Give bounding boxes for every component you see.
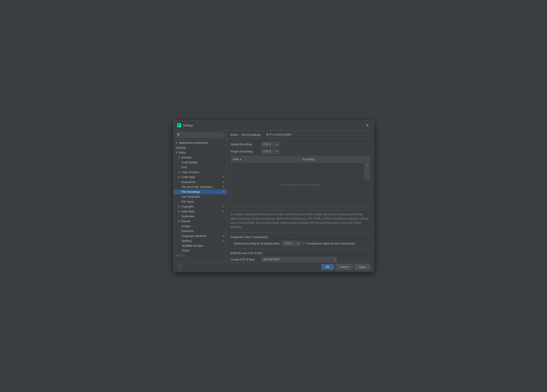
table-body: Encodings are not configured + − ✎	[231, 162, 370, 207]
sidebar-item-label: Inlay Hints	[182, 210, 194, 213]
sidebar-item-label: Intentions	[182, 230, 194, 233]
sidebar-item-language-injections[interactable]: Language Injections ⚙	[173, 234, 227, 238]
sidebar-item-file-types[interactable]: File Types	[173, 199, 227, 204]
search-icon: 🔍	[177, 133, 180, 136]
sort-arrow: ▲	[239, 158, 242, 161]
transparent-conversion-checkbox[interactable]	[302, 242, 305, 245]
settings-icon: ⚙	[222, 176, 225, 178]
arrow-icon: ▶	[175, 152, 178, 154]
dialog-title: Settings	[183, 124, 193, 127]
arrow-icon: ▶	[178, 156, 180, 159]
arrow-icon: ▶	[178, 205, 180, 208]
sidebar-item-label: Color Scheme	[182, 171, 199, 174]
bom-label: Create UTF-8 files:	[231, 258, 260, 261]
enc-col-label: Encoding	[303, 158, 314, 161]
sidebar-item-intentions[interactable]: Intentions	[173, 229, 227, 234]
settings-icon: ⚙	[222, 181, 225, 183]
settings-icon: ⚙	[222, 239, 225, 242]
sidebar-item-plugins[interactable]: Plugins...	[173, 253, 227, 258]
title-bar-left: P Settings	[177, 123, 193, 127]
sidebar-item-label: Spelling	[182, 239, 191, 243]
project-encoding-row: Project Encoding: UTF-8	[231, 149, 370, 154]
edit-encoding-button[interactable]: ✎	[364, 174, 370, 180]
add-encoding-button[interactable]: +	[364, 162, 370, 168]
bom-row: Create UTF-8 files: with NO BOM	[231, 257, 370, 262]
sidebar-item-inlay-hints[interactable]: ▶ Inlay Hints ⚙	[173, 209, 227, 214]
apply-button[interactable]: Apply	[355, 264, 370, 270]
sidebar-item-color-scheme[interactable]: ▶ Color Scheme	[173, 170, 227, 175]
cancel-button[interactable]: Cancel	[335, 264, 353, 270]
sidebar-item-label: Code Style	[182, 176, 195, 179]
sidebar-item-label: Code Editing	[182, 161, 198, 164]
settings-icon: ⚙	[222, 205, 225, 208]
sidebar-item-code-editing[interactable]: Code Editing	[173, 160, 227, 165]
sidebar-item-copyright[interactable]: ▶ Copyright ⚙	[173, 204, 227, 209]
search-wrapper: 🔍	[176, 132, 225, 137]
search-box: 🔍	[173, 130, 227, 140]
sidebar-item-label: Inspections	[182, 181, 196, 184]
sidebar-item-spelling[interactable]: Spelling ⚙	[173, 238, 227, 243]
sidebar-item-font[interactable]: Font	[173, 165, 227, 170]
sidebar-item-label: File and Code Templates	[182, 185, 212, 189]
arrow-icon: ▶	[178, 220, 180, 223]
remove-encoding-button[interactable]: −	[364, 168, 370, 174]
encodings-table: Path ▲ Encoding Encodings are not config…	[231, 156, 370, 207]
title-bar: P Settings ✕	[173, 121, 374, 130]
sidebar-item-live-templates[interactable]: Live Templates	[173, 194, 227, 199]
path-col-label: Path	[233, 158, 239, 161]
project-encoding-dropdown[interactable]: UTF-8	[261, 149, 279, 154]
ok-button[interactable]: OK	[321, 264, 334, 270]
sidebar-item-file-code-templates[interactable]: File and Code Templates ⚙	[173, 184, 227, 189]
props-encoding-dropdown[interactable]: UTF-8	[282, 241, 300, 246]
sidebar-item-label: Copyright	[182, 205, 194, 208]
project-encoding-label: Project Encoding:	[231, 150, 260, 153]
arrow-icon: ▶	[178, 210, 180, 213]
main-body: Global Encoding: UTF-8 Project Encoding:…	[227, 138, 374, 262]
table-action-buttons: + − ✎	[364, 162, 370, 180]
global-encoding-row: Global Encoding: UTF-8	[231, 142, 370, 147]
sidebar-item-duplicates[interactable]: Duplicates	[173, 214, 227, 219]
section-divider-2	[231, 249, 370, 249]
sidebar-item-label: TextMate Bundles	[182, 244, 204, 247]
sidebar-item-emmet[interactable]: ▶ Emmet	[173, 219, 227, 224]
sidebar-item-label: TODO	[182, 249, 190, 252]
close-button[interactable]: ✕	[365, 123, 370, 128]
sidebar-item-general[interactable]: ▶ General	[173, 155, 227, 160]
sidebar-item-label: Plugins...	[176, 254, 187, 257]
sidebar-item-label: Duplicates	[182, 215, 194, 218]
arrow-icon: ▶	[176, 142, 178, 144]
bom-dropdown[interactable]: with NO BOM	[261, 257, 337, 262]
sidebar-item-file-encodings[interactable]: File Encodings ⚙	[173, 189, 227, 194]
footer: ? OK Cancel Apply	[173, 262, 374, 272]
app-icon: P	[177, 123, 181, 127]
sidebar-item-editor[interactable]: ▶ Editor	[173, 150, 227, 155]
sidebar-item-textmate-bundles[interactable]: TextMate Bundles	[173, 243, 227, 248]
settings-icon: ⚙	[222, 190, 225, 193]
footer-right: OK Cancel Apply	[321, 264, 370, 270]
sidebar-item-label: Images	[182, 225, 191, 228]
sidebar-item-label: Font	[182, 166, 187, 169]
search-input[interactable]	[176, 132, 225, 137]
sidebar-item-code-style[interactable]: ▶ Code Style ⚙	[173, 175, 227, 180]
properties-section-title: Properties Files (*.properties)	[231, 235, 370, 239]
sidebar-item-keymap[interactable]: Keymap	[173, 145, 227, 150]
breadcrumb-parent: Editor	[231, 133, 238, 136]
encoding-column-header: Encoding	[300, 156, 370, 162]
sidebar-item-label: File Types	[182, 200, 194, 203]
breadcrumb-separator: ›	[239, 133, 240, 136]
section-divider-1	[231, 232, 370, 233]
sidebar-item-images[interactable]: Images	[173, 224, 227, 229]
sidebar-item-label: General	[182, 156, 191, 159]
sidebar-item-todo[interactable]: TODO	[173, 248, 227, 253]
sidebar-item-appearance[interactable]: ▶ Appearance & Behavior	[173, 140, 227, 145]
settings-icon: ⚙	[222, 185, 225, 188]
breadcrumb-current: File Encodings	[242, 133, 261, 136]
project-link[interactable]: 🖥 For current project	[266, 133, 291, 136]
global-encoding-dropdown[interactable]: UTF-8	[261, 142, 279, 147]
properties-encoding-row: Default encoding for properties files: U…	[231, 241, 370, 246]
sidebar-item-inspections[interactable]: Inspections ⚙	[173, 180, 227, 184]
help-button[interactable]: ?	[177, 264, 182, 270]
transparent-conversion-label: Transparent native-to-ascii conversion	[306, 242, 355, 245]
footer-left: ?	[177, 264, 182, 270]
transparent-conversion-wrapper: Transparent native-to-ascii conversion	[302, 242, 355, 245]
